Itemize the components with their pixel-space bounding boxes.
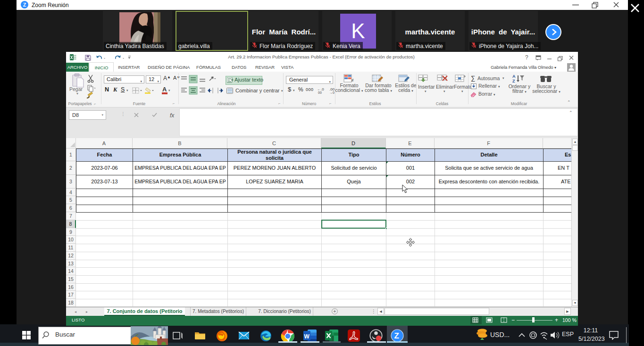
svg-text:fx: fx <box>170 112 175 119</box>
svg-text:A: A <box>512 74 516 79</box>
svg-text:≠: ≠ <box>351 78 354 82</box>
svg-text:Z: Z <box>394 331 399 340</box>
svg-text:→0: →0 <box>329 91 335 94</box>
svg-text:?: ? <box>525 54 528 61</box>
svg-text:W: W <box>304 333 310 340</box>
svg-text:00: 00 <box>318 91 322 94</box>
svg-text:Z: Z <box>512 79 515 83</box>
